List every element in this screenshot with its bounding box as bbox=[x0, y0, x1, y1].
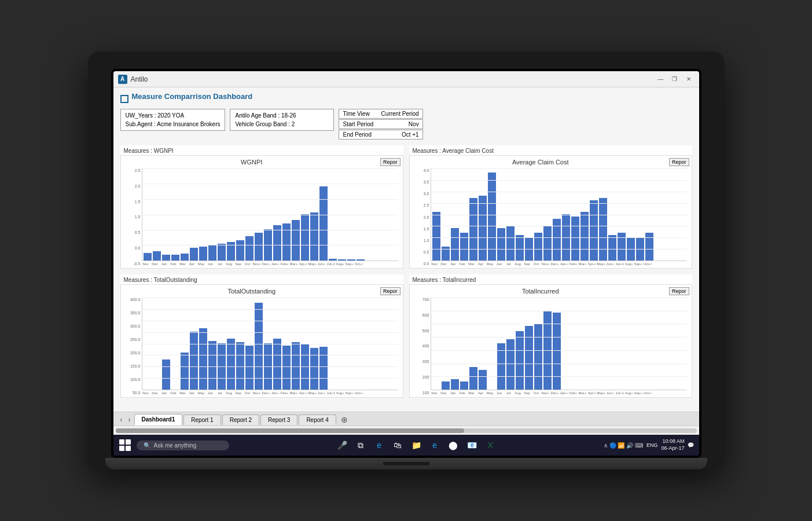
taskbar-mic-icon[interactable]: 🎤 bbox=[336, 439, 348, 451]
end-period-row: End Period Oct +1 bbox=[339, 130, 422, 140]
total-outstanding-report-button[interactable]: Repor bbox=[380, 287, 401, 295]
bar bbox=[543, 311, 552, 390]
total-outstanding-section: Measures : TotalOutstanding TotalOutstan… bbox=[120, 274, 403, 398]
charts-grid: Measures : WGNPI WGNPI Repor 2.5 2.0 bbox=[120, 145, 692, 398]
bar bbox=[506, 226, 515, 260]
x-axis-label: Jan+1 bbox=[271, 262, 280, 266]
total-incurred-section-title: Measures : TotalIncurred bbox=[409, 274, 692, 284]
tab-nav-right[interactable]: › bbox=[126, 414, 133, 425]
x-axis-label: Mar+1 bbox=[579, 391, 587, 395]
total-incurred-x-axis: NovDecJanFebMarAprMayJunJulAugSepOctNov+… bbox=[431, 391, 687, 395]
taskbar-store-icon[interactable]: 🛍 bbox=[392, 439, 403, 451]
bar bbox=[442, 247, 450, 260]
x-axis-label: Oct+1 bbox=[355, 391, 363, 395]
x-axis-label: Aug+1 bbox=[336, 391, 344, 395]
wgnpi-title-bar: WGNPI Repor bbox=[123, 158, 401, 166]
tab-report2[interactable]: Report 2 bbox=[222, 414, 259, 425]
laptop-screen: A Antilo — ❐ ✕ Measure Comparrison Dashb… bbox=[111, 69, 701, 458]
bar bbox=[181, 254, 189, 260]
x-axis-label: Sep bbox=[234, 262, 243, 266]
bar bbox=[292, 220, 300, 260]
tab-report3[interactable]: Report 3 bbox=[260, 414, 297, 425]
x-axis-label: Jun bbox=[495, 262, 504, 266]
taskbar-task-view-icon[interactable]: ⧉ bbox=[355, 439, 366, 451]
total-incurred-bars-container bbox=[432, 298, 686, 390]
x-axis-label: Mar bbox=[179, 391, 187, 395]
x-axis-label: Dec bbox=[151, 391, 159, 395]
window-title: Antilo bbox=[131, 75, 148, 83]
search-placeholder: Ask me anything bbox=[154, 442, 197, 449]
taskbar-search[interactable]: 🔍 Ask me anything bbox=[137, 441, 229, 450]
current-period-val: Current Period bbox=[381, 111, 419, 117]
x-axis-label: Feb+1 bbox=[281, 262, 289, 266]
x-axis-label: Apr+1 bbox=[299, 262, 307, 266]
close-button[interactable]: ✕ bbox=[683, 75, 695, 83]
x-axis-label: May bbox=[486, 391, 494, 395]
taskbar-right: ∧ 🔵 📶 🔊 ⌨ ENG 10:08 AM 06-Apr-17 💬 bbox=[604, 438, 695, 452]
windows-start-button[interactable] bbox=[118, 438, 132, 452]
x-axis-label: Dec bbox=[151, 262, 159, 266]
bar bbox=[543, 226, 552, 260]
bar bbox=[497, 228, 505, 260]
wgnpi-report-button[interactable]: Repor bbox=[380, 158, 401, 166]
total-incurred-report-button[interactable]: Repor bbox=[669, 287, 689, 295]
wgnpi-chart-wrapper: 2.5 2.0 1.5 1.0 0.5 0.0 -0.5 bbox=[142, 168, 398, 266]
taskbar-outlook-icon[interactable]: 📧 bbox=[466, 439, 477, 451]
bar bbox=[627, 237, 635, 260]
bar bbox=[218, 244, 226, 260]
bar bbox=[227, 339, 235, 390]
app-content: Measure Comparrison Dashboard UW_Years :… bbox=[113, 87, 699, 435]
x-axis-label: Jul bbox=[505, 262, 513, 266]
maximize-button[interactable]: ❐ bbox=[669, 75, 681, 83]
bar bbox=[488, 173, 496, 260]
bar bbox=[319, 347, 328, 390]
x-axis-label: Nov+1 bbox=[542, 391, 550, 395]
taskbar-excel-icon[interactable]: X bbox=[484, 439, 496, 451]
x-axis-label: May+1 bbox=[308, 262, 317, 266]
x-axis-label: Nov bbox=[142, 262, 150, 266]
bar bbox=[553, 313, 561, 390]
x-axis-label: Feb bbox=[458, 262, 466, 266]
bar bbox=[516, 235, 524, 260]
taskbar-ie-icon[interactable]: e bbox=[429, 439, 440, 451]
x-axis-label: Oct bbox=[532, 262, 541, 266]
bar bbox=[460, 381, 468, 390]
bar bbox=[506, 339, 515, 390]
scroll-area bbox=[113, 425, 699, 435]
x-axis-label: Jun+1 bbox=[318, 391, 326, 395]
bar bbox=[301, 344, 309, 390]
wgnpi-chart-title: WGNPI bbox=[123, 159, 380, 166]
tab-report4[interactable]: Report 4 bbox=[299, 414, 336, 425]
x-axis-label: Jul+1 bbox=[616, 262, 624, 266]
time-view-label: Time View bbox=[343, 111, 369, 117]
bar bbox=[264, 229, 272, 260]
tab-report1[interactable]: Report 1 bbox=[183, 414, 221, 425]
taskbar-folder-icon[interactable]: 📁 bbox=[410, 439, 422, 451]
x-axis-label: Oct bbox=[532, 391, 541, 395]
tab-nav-left[interactable]: ‹ bbox=[118, 414, 125, 425]
tab-add-button[interactable]: ⊕ bbox=[337, 415, 351, 424]
x-axis-label: Jan+1 bbox=[560, 262, 568, 266]
x-axis-label: Aug bbox=[514, 391, 522, 395]
scrollbar-thumb[interactable] bbox=[116, 428, 464, 433]
clock: 10:08 AM 06-Apr-17 bbox=[661, 438, 684, 452]
scrollbar-track[interactable] bbox=[116, 428, 697, 433]
bar bbox=[273, 339, 281, 390]
bar bbox=[181, 353, 189, 390]
x-axis-label: Jun bbox=[207, 391, 215, 395]
bar bbox=[636, 237, 644, 260]
x-axis-label: Feb+1 bbox=[281, 391, 289, 395]
bar bbox=[571, 217, 579, 260]
taskbar-edge-icon[interactable]: e bbox=[373, 439, 385, 451]
bar bbox=[534, 233, 542, 260]
bar bbox=[516, 331, 524, 390]
avg-claim-report-button[interactable]: Repor bbox=[669, 158, 689, 166]
taskbar-chrome-icon[interactable]: ⬤ bbox=[447, 439, 459, 451]
x-axis-label: Jul bbox=[216, 262, 224, 266]
tab-dashboard1[interactable]: Dashboard1 bbox=[134, 414, 183, 425]
minimize-button[interactable]: — bbox=[655, 75, 667, 83]
bar bbox=[479, 370, 487, 390]
x-axis-label: Jan bbox=[160, 391, 168, 395]
notifications-icon[interactable]: 💬 bbox=[688, 442, 694, 448]
bar bbox=[442, 381, 450, 390]
